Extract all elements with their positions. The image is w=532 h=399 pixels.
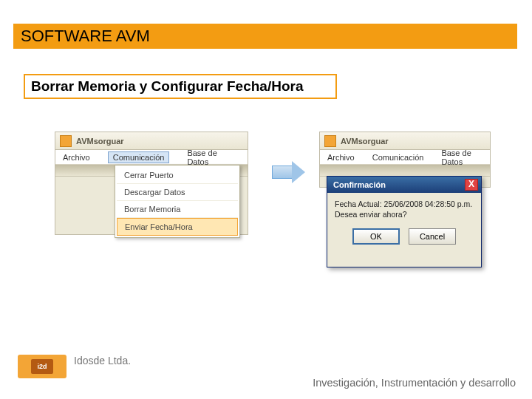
app-titlebar: AVMsorguar: [320, 132, 490, 150]
dialog-buttons: OK Cancel: [327, 224, 481, 252]
app-window-left: AVMsorguar Archivo Comunicación Base de …: [55, 132, 248, 235]
menu-file[interactable]: Archivo: [63, 153, 90, 162]
close-icon[interactable]: X: [465, 179, 478, 191]
menuitem-enviar-fechahora[interactable]: Enviar Fecha/Hora: [117, 218, 238, 236]
subtitle-text: Borrar Memoria y Configurar Fecha/Hora: [25, 78, 303, 95]
menu-database[interactable]: Base de Datos: [441, 149, 482, 166]
menu-communication[interactable]: Comunicación: [108, 151, 170, 163]
menu-database[interactable]: Base de Datos: [187, 149, 240, 166]
toolbar-strip: [320, 165, 490, 177]
menuitem-descargar-datos[interactable]: Descargar Datos: [117, 184, 238, 201]
company-name: Idosde Ltda.: [74, 355, 131, 366]
slide-title-bar: SOFTWARE AVM: [13, 24, 517, 49]
dialog-title: Confirmación: [330, 180, 386, 189]
company-logo: i2d: [18, 355, 66, 378]
confirmation-dialog: Confirmación X Fecha Actual: 25/06/2008 …: [327, 176, 482, 267]
menu-communication[interactable]: Comunicación: [372, 153, 424, 162]
dialog-line-question: Desea enviar ahora?: [335, 209, 474, 219]
dropdown-menu: Cerrar Puerto Descargar Datos Borrar Mem…: [115, 165, 240, 238]
dialog-titlebar: Confirmación X: [327, 177, 481, 193]
app-icon: [60, 135, 72, 147]
slide-title: SOFTWARE AVM: [13, 27, 150, 46]
flow-arrow-icon: [272, 161, 306, 183]
logo-text: i2d: [31, 359, 53, 374]
app-title: AVMsorguar: [76, 137, 124, 146]
menubar: Archivo Comunicación Base de Datos: [320, 150, 490, 165]
subtitle-box: Borrar Memoria y Configurar Fecha/Hora: [24, 74, 337, 99]
dialog-body: Fecha Actual: 25/06/2008 04:28:50 p.m. D…: [327, 193, 481, 224]
menuitem-cerrar-puerto[interactable]: Cerrar Puerto: [117, 167, 238, 184]
app-titlebar: AVMsorguar: [55, 132, 248, 150]
app-icon: [324, 135, 336, 147]
cancel-button[interactable]: Cancel: [409, 228, 456, 245]
menubar: Archivo Comunicación Base de Datos: [55, 150, 248, 165]
app-title: AVMsorguar: [341, 137, 389, 146]
menu-file[interactable]: Archivo: [327, 153, 355, 162]
menuitem-borrar-memoria[interactable]: Borrar Memoria: [117, 201, 238, 218]
ok-button[interactable]: OK: [352, 228, 400, 245]
footer-tagline: Investigación, Instrumentación y desarro…: [313, 377, 516, 389]
dialog-line-date: Fecha Actual: 25/06/2008 04:28:50 p.m.: [335, 199, 474, 209]
